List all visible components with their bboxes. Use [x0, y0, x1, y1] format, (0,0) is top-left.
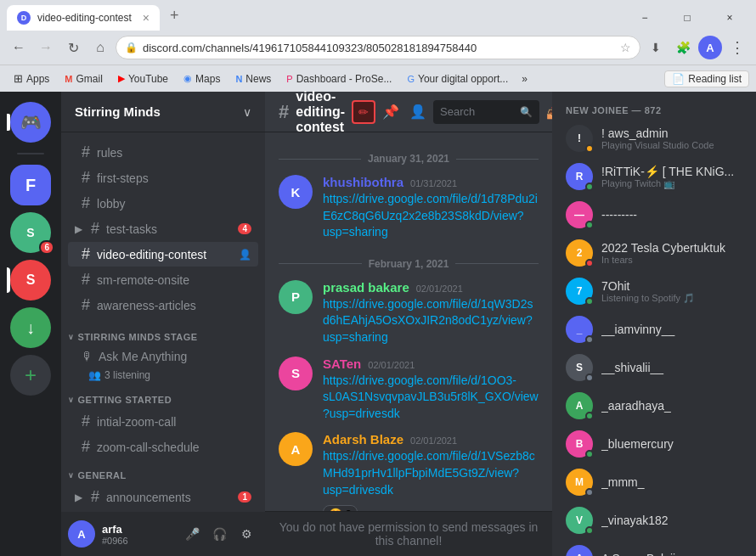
reaction-area: 😍 2	[323, 502, 539, 511]
channel-video-editing-contest[interactable]: # video-editing-contest 👤	[68, 242, 258, 267]
member-avatar: _	[566, 316, 593, 343]
member-name: _aaradhaya_	[601, 399, 742, 413]
stage-ask-me[interactable]: 🎙 Ask Me Anything	[68, 346, 258, 367]
member-item[interactable]: M _mmm_	[559, 463, 749, 501]
stirring-indicator	[7, 267, 10, 293]
stage-category-label: STIRRING MINDS STAGE	[78, 332, 198, 342]
member-avatar: 2	[566, 239, 593, 267]
channel-intial-zoom[interactable]: # intial-zoom-call	[68, 409, 258, 434]
bookmark-youtube[interactable]: ▶ YouTube	[111, 71, 175, 87]
profile-button[interactable]: A	[698, 36, 722, 59]
download-button[interactable]: ⬇	[644, 36, 668, 59]
menu-button[interactable]: ⋮	[725, 36, 749, 59]
channel-sm-remote[interactable]: # sm-remote-onsite	[68, 267, 258, 292]
announcements-badge: 1	[238, 491, 251, 503]
bookmark-news[interactable]: N News	[228, 71, 278, 87]
general-category[interactable]: ∨ GENERAL	[61, 460, 265, 484]
member-item[interactable]: 2 2022 Tesla Cybertuktuk In tears	[559, 234, 749, 272]
member-info: A Surya Balaji	[601, 552, 742, 556]
server-badge-icon[interactable]: S 6	[10, 212, 51, 253]
user-settings-button[interactable]: ⚙	[234, 522, 258, 546]
member-name: A Surya Balaji	[601, 552, 742, 556]
back-button[interactable]: ←	[7, 36, 31, 59]
member-item[interactable]: S __shivalii__	[559, 349, 749, 386]
member-item[interactable]: — ---------	[559, 196, 749, 233]
mute-button[interactable]: 🎤	[180, 522, 204, 546]
bookmark-maps[interactable]: ◉ Maps	[177, 71, 227, 87]
tab-close-button[interactable]: ×	[143, 11, 150, 25]
member-name: __shivalii__	[601, 361, 742, 374]
server-f-icon[interactable]: F	[10, 165, 51, 205]
search-icon: 🔍	[520, 106, 533, 118]
listening-label: 3 listening	[104, 369, 150, 381]
channel-awareness[interactable]: # awareness-articles	[68, 293, 258, 317]
channel-name-lobby: lobby	[97, 197, 251, 211]
stage-name: Ask Me Anything	[99, 350, 187, 363]
link-saten[interactable]: https://drive.google.com/file/d/1OO3-sL0…	[323, 373, 539, 420]
time-saten: 02/01/2021	[368, 360, 415, 370]
bookmark-star-icon[interactable]: ☆	[620, 41, 631, 54]
server-header[interactable]: Stirring Minds ∨	[61, 92, 265, 132]
address-bar[interactable]: 🔒 discord.com/channels/41961710584410932…	[116, 36, 640, 59]
member-item[interactable]: R !RiTTiK-⚡ [ THE KNiG... Playing Twitch…	[559, 158, 749, 195]
divider-line	[456, 159, 539, 160]
pin-button[interactable]: 📌	[379, 100, 403, 124]
minimize-button[interactable]: −	[625, 5, 664, 31]
maximize-button[interactable]: □	[668, 5, 707, 31]
time-adarsh: 02/01/2021	[410, 435, 457, 446]
bookmark-digital[interactable]: G Your digital opport...	[400, 71, 515, 87]
author-saten: SATen	[323, 357, 361, 371]
stage-category[interactable]: ∨ STIRRING MINDS STAGE	[61, 318, 265, 345]
member-item[interactable]: A A Surya Balaji	[559, 540, 749, 556]
channel-announcements[interactable]: ▶ # announcements 1	[68, 485, 258, 509]
message-header-prasad: prasad bakare 02/01/2021	[323, 280, 539, 295]
home-button[interactable]: ⌂	[88, 36, 112, 59]
server-indicator	[7, 114, 10, 131]
extensions-button[interactable]: 🧩	[671, 36, 695, 59]
channel-lobby[interactable]: # lobby	[68, 191, 258, 216]
search-box[interactable]: 🔍	[433, 100, 539, 124]
close-button[interactable]: ×	[710, 5, 749, 31]
server-stirring-icon[interactable]: S	[10, 260, 51, 300]
server-green-icon[interactable]: ↓	[10, 307, 51, 348]
new-tab-button[interactable]: +	[166, 7, 183, 25]
reaction-heart-eyes[interactable]: 😍 2	[323, 505, 358, 511]
deafen-button[interactable]: 🎧	[207, 522, 231, 546]
channel-rules[interactable]: # rules	[68, 140, 258, 165]
message-header-khushi: khushibothra 01/31/2021	[323, 175, 539, 189]
discord-home-button[interactable]: 🎮	[10, 102, 51, 143]
forward-button[interactable]: →	[34, 36, 58, 59]
bookmark-apps[interactable]: ⊞ Apps	[7, 70, 56, 87]
member-avatar: A	[566, 392, 593, 419]
server-green-label: ↓	[26, 318, 35, 338]
member-item[interactable]: B _bluemercury	[559, 425, 749, 463]
member-item[interactable]: 7 7Ohit Listening to Spotify 🎵	[559, 272, 749, 310]
add-server-button[interactable]: +	[10, 355, 51, 396]
bookmark-gmail[interactable]: M Gmail	[58, 71, 110, 87]
bookmark-youtube-label: YouTube	[128, 73, 168, 85]
getting-started-category[interactable]: ∨ GETTING STARTED	[61, 385, 265, 408]
active-tab[interactable]: D video-editing-contest ×	[7, 5, 160, 31]
channel-zoom-schedule[interactable]: # zoom-call-schedule	[68, 435, 258, 459]
members-button[interactable]: 👤	[406, 100, 430, 124]
link-khushi[interactable]: https://drive.google.com/file/d/1d78Pdu2…	[323, 192, 538, 239]
google-favicon: G	[407, 74, 415, 84]
member-item[interactable]: V _vinayak182	[559, 502, 749, 539]
avatar-adarsh: A	[279, 432, 313, 466]
more-bookmarks-button[interactable]: »	[516, 71, 533, 87]
link-adarsh[interactable]: https://drive.google.com/file/d/1VSezb8c…	[323, 449, 535, 496]
refresh-button[interactable]: ↻	[61, 36, 85, 59]
message-content-adarsh: Adarsh Blaze 02/01/2021 https://drive.go…	[323, 432, 539, 511]
search-input[interactable]	[440, 105, 516, 118]
edit-button[interactable]: ✏	[352, 100, 375, 124]
message-content-saten: SATen 02/01/2021 https://drive.google.co…	[323, 357, 539, 423]
channel-first-steps[interactable]: # first-steps	[68, 166, 258, 190]
member-item[interactable]: ! ! aws_admin Playing Visual Studio Code	[559, 120, 749, 157]
reading-list-button[interactable]: 📄 Reading list	[664, 70, 749, 87]
member-item[interactable]: A _aaradhaya_	[559, 387, 749, 424]
channel-learning[interactable]: ▶ # learning--knowledge--re...	[68, 510, 258, 512]
member-item[interactable]: _ __iamvinny__	[559, 311, 749, 348]
channel-test-tasks[interactable]: ▶ # test-tasks 4	[68, 216, 258, 241]
link-prasad[interactable]: https://drive.google.com/file/d/1qW3D2sd…	[323, 297, 533, 344]
bookmark-dashboard[interactable]: P Dashboard - ProSe...	[279, 71, 398, 87]
